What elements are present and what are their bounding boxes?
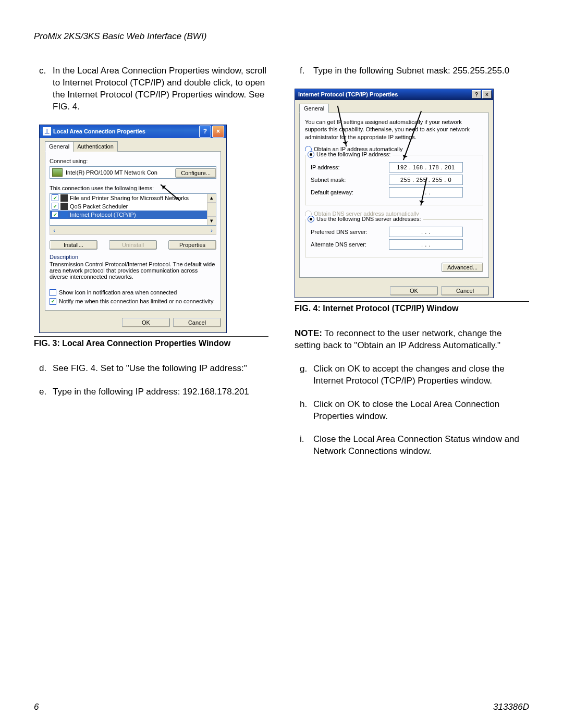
default-gateway-input[interactable]: . . . xyxy=(389,187,463,198)
help-button[interactable]: ? xyxy=(199,126,211,138)
properties-button[interactable]: Properties xyxy=(168,240,216,250)
ok-button[interactable]: OK xyxy=(390,286,438,295)
note-paragraph: NOTE: To reconnect to the user network, … xyxy=(295,328,529,352)
step-i: i. Close the Local Area Connection Statu… xyxy=(300,434,529,458)
use-ip-label: Use the following IP address: xyxy=(316,151,390,157)
close-button[interactable]: × xyxy=(212,126,224,138)
notify-label: Notify me when this connection has limit… xyxy=(59,298,214,304)
step-c: c. In the Local Area Connection Properti… xyxy=(39,65,268,113)
fig4-caption: FIG. 4: Internet Protocol (TCP/IP) Windo… xyxy=(295,301,529,313)
checkbox-icon[interactable] xyxy=(50,289,56,296)
page-header: ProMix 2KS/3KS Basic Web Interface (BWI) xyxy=(34,31,529,42)
use-dns-label: Use the following DNS server addresses: xyxy=(316,216,421,222)
ip-address-input[interactable]: 192 . 168 . 178 . 201 xyxy=(389,162,463,172)
service-icon xyxy=(60,203,68,210)
checkbox-icon[interactable]: ✔ xyxy=(52,211,58,218)
adapter-name: Intel(R) PRO/1000 MT Network Con xyxy=(66,169,157,176)
description-text: Transmission Control Protocol/Internet P… xyxy=(50,261,216,280)
checkbox-icon[interactable]: ✔ xyxy=(52,194,58,201)
description-label: Description xyxy=(50,254,216,260)
tcpip-properties-window: Internet Protocol (TCP/IP) Properties ? … xyxy=(295,89,494,298)
step-h: h. Click on OK to close the Local Area C… xyxy=(300,399,529,423)
step-d: d. See FIG. 4. Set to "Use the following… xyxy=(39,363,268,375)
items-label: This connection uses the following items… xyxy=(50,185,216,191)
scroll-left-icon[interactable]: ‹ xyxy=(50,226,58,235)
close-button[interactable]: × xyxy=(482,90,492,98)
window-icon: ⊥ xyxy=(43,127,51,135)
service-icon xyxy=(60,194,68,202)
tab-authentication[interactable]: Authentication xyxy=(73,141,118,152)
cancel-button[interactable]: Cancel xyxy=(173,318,221,327)
preferred-dns-input[interactable]: . . . xyxy=(389,227,463,237)
tab-general[interactable]: General xyxy=(299,104,329,113)
step-g: g. Click on OK to accept the changes and… xyxy=(300,363,529,387)
help-button[interactable]: ? xyxy=(472,90,481,98)
ok-button[interactable]: OK xyxy=(122,318,170,327)
subnet-mask-label: Subnet mask: xyxy=(311,177,389,183)
radio-use-ip[interactable] xyxy=(308,151,314,158)
tab-general[interactable]: General xyxy=(45,141,74,152)
protocol-icon xyxy=(60,211,68,218)
window-titlebar: ⊥ Local Area Connection Properties ? × xyxy=(40,125,226,138)
window-title-text: Internet Protocol (TCP/IP) Properties xyxy=(298,91,471,97)
doc-number: 313386D xyxy=(493,702,529,712)
show-icon-label: Show icon in notification area when conn… xyxy=(59,289,177,295)
step-f: f. Type in the following Subnet mask: 25… xyxy=(300,65,529,77)
ip-address-label: IP address: xyxy=(311,164,389,170)
scroll-right-icon[interactable]: › xyxy=(207,226,216,235)
connection-items-list[interactable]: ✔ File and Printer Sharing for Microsoft… xyxy=(50,193,216,226)
checkbox-icon[interactable]: ✔ xyxy=(52,203,58,209)
scroll-down-icon[interactable]: ▾ xyxy=(207,216,216,225)
page-number: 6 xyxy=(34,702,39,712)
list-item: File and Printer Sharing for Microsoft N… xyxy=(70,195,189,201)
scroll-up-icon[interactable]: ▴ xyxy=(207,194,216,203)
step-e: e. Type in the following IP address: 192… xyxy=(39,386,268,398)
window-titlebar: Internet Protocol (TCP/IP) Properties ? … xyxy=(295,89,493,100)
local-area-connection-window: ⊥ Local Area Connection Properties ? × G… xyxy=(39,125,227,333)
nic-icon xyxy=(52,168,63,177)
list-item: Internet Protocol (TCP/IP) xyxy=(70,212,136,218)
connect-using-label: Connect using: xyxy=(50,158,216,164)
advanced-button[interactable]: Advanced... xyxy=(442,263,483,272)
cancel-button[interactable]: Cancel xyxy=(441,286,489,295)
intro-text: You can get IP settings assigned automat… xyxy=(305,118,483,141)
configure-button[interactable]: Configure... xyxy=(175,168,216,178)
fig3-caption: FIG. 3: Local Area Connection Properties… xyxy=(34,336,268,348)
alternate-dns-label: Alternate DNS server: xyxy=(311,241,389,248)
alternate-dns-input[interactable]: . . . xyxy=(389,239,463,250)
uninstall-button: Uninstall xyxy=(109,240,157,250)
preferred-dns-label: Preferred DNS server: xyxy=(311,229,389,235)
window-title-text: Local Area Connection Properties xyxy=(53,128,145,134)
install-button[interactable]: Install... xyxy=(50,240,97,250)
list-item: QoS Packet Scheduler xyxy=(70,203,128,209)
checkbox-icon[interactable]: ✔ xyxy=(50,298,56,305)
radio-use-dns[interactable] xyxy=(308,216,314,223)
default-gateway-label: Default gateway: xyxy=(311,189,389,195)
